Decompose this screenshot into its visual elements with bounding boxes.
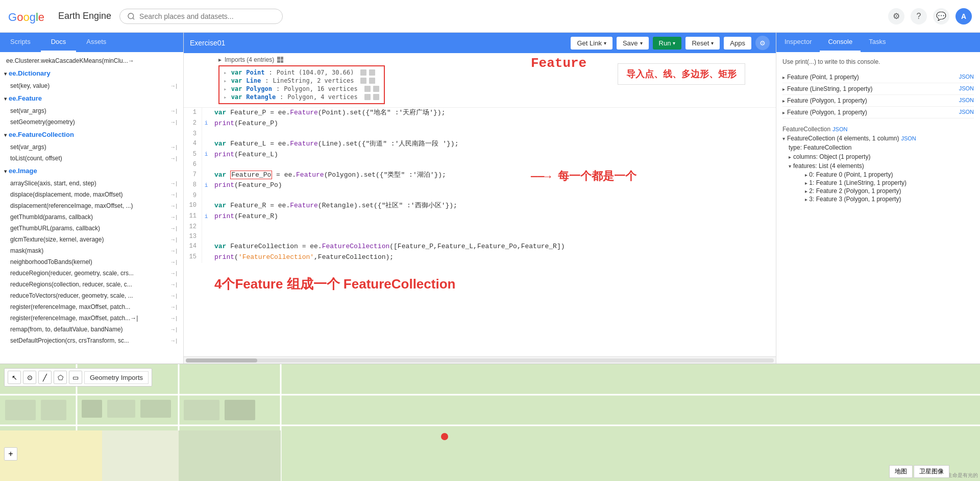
- cursor-tool-button[interactable]: ↖: [8, 371, 21, 384]
- sidebar-item-image[interactable]: ▾ee.Image: [0, 164, 183, 178]
- expand-icon[interactable]: ▸: [782, 110, 785, 115]
- list-item[interactable]: reduceRegions(collection, reducer, scale…: [0, 279, 183, 290]
- expand-icon[interactable]: ▸: [782, 86, 785, 92]
- sidebar-item-featurecollection[interactable]: ▾ee.FeatureCollection: [0, 128, 183, 141]
- list-item[interactable]: ee.Clusterer.wekaCascadeKMeans(minClu...…: [0, 55, 183, 66]
- import-row: ▸ var Line : LineString, 2 vertices: [224, 77, 380, 85]
- code-line: 7 var Feature_Po = ee.Feature(Polygon).s…: [184, 170, 776, 181]
- expand-icon[interactable]: ▾: [789, 163, 791, 169]
- json-link[interactable]: JSON: [959, 109, 974, 115]
- collection-annotation: 4个Feature 组成一个 FeatureCollection: [184, 263, 776, 299]
- import-row: ▸ var Retangle : Polygon, 4 vertices: [224, 93, 380, 101]
- code-editor[interactable]: 1 var Feature_P = ee.Feature(Point).set(…: [184, 108, 776, 299]
- scrollbar-track[interactable]: [186, 358, 774, 363]
- tab-docs[interactable]: Docs: [41, 33, 77, 52]
- rect-tool-button[interactable]: ▭: [69, 371, 82, 384]
- layer-icon: [364, 93, 371, 101]
- list-item[interactable]: remap(from, to, defaultValue, bandName)→…: [0, 324, 183, 335]
- code-line: 2 i print(Feature_P): [184, 118, 776, 129]
- left-panel: Scripts Docs Assets ee.Clusterer.wekaCas…: [0, 33, 184, 364]
- search-input[interactable]: [139, 12, 272, 20]
- list-item[interactable]: set(var_args)→|: [0, 105, 183, 116]
- list-item[interactable]: getThumbURL(params, callback)→|: [0, 223, 183, 234]
- avatar[interactable]: A: [955, 8, 972, 25]
- edit-icon: [373, 85, 380, 92]
- sidebar-item-feature[interactable]: ▾ee.Feature: [0, 91, 183, 105]
- help-icon[interactable]: ?: [911, 8, 927, 25]
- settings-icon[interactable]: ⚙: [888, 8, 904, 25]
- tab-tasks[interactable]: Tasks: [861, 33, 894, 52]
- svg-rect-9: [364, 94, 371, 100]
- list-item[interactable]: register(referenceImage, maxOffset, patc…: [0, 312, 183, 324]
- list-item[interactable]: register(referenceImage, maxOffset, patc…: [0, 301, 183, 312]
- list-item[interactable]: reduceRegion(reducer, geometry, scale, c…: [0, 268, 183, 279]
- edit-icon: [373, 93, 380, 101]
- save-button[interactable]: Save ▾: [617, 37, 649, 50]
- list-item[interactable]: set(var_args)→|: [0, 141, 183, 153]
- tab-inspector[interactable]: Inspector: [776, 33, 820, 52]
- svg-rect-10: [373, 94, 379, 100]
- settings-button[interactable]: ⚙: [755, 36, 770, 50]
- logo-earth-engine: Earth Engine: [58, 11, 111, 21]
- expand-icon[interactable]: ▸: [782, 75, 785, 80]
- json-link[interactable]: JSON: [959, 97, 974, 103]
- apps-button[interactable]: Apps: [724, 37, 751, 50]
- expand-icon[interactable]: ▸: [782, 98, 785, 104]
- expand-icon[interactable]: ▸: [789, 154, 791, 160]
- chat-icon[interactable]: 💬: [933, 8, 949, 25]
- list-item[interactable]: set(key, value)→|: [0, 80, 183, 91]
- search-bar[interactable]: [119, 9, 283, 24]
- list-item[interactable]: setDefaultProjection(crs, crsTransform, …: [0, 335, 183, 346]
- map-type-buttons: 地图 卫星图像: [889, 465, 949, 478]
- code-area: ▸ Imports (4 entries) ▸ var Point :: [184, 53, 776, 356]
- svg-rect-21: [140, 400, 171, 418]
- list-item: ▸ 1: Feature 1 (LineString, 1 property): [805, 179, 974, 187]
- bottom-scrollbar[interactable]: [184, 356, 776, 364]
- grid-icon: [277, 57, 283, 63]
- reset-button[interactable]: Reset ▾: [685, 37, 720, 50]
- tab-assets[interactable]: Assets: [76, 33, 116, 52]
- svg-rect-4: [369, 69, 375, 76]
- layer-icon: [360, 69, 367, 76]
- left-content: ee.Clusterer.wekaCascadeKMeans(minClu...…: [0, 52, 183, 364]
- svg-rect-19: [82, 400, 102, 418]
- svg-rect-5: [360, 78, 366, 84]
- list-item[interactable]: getThumbId(params, callback)→|: [0, 211, 183, 223]
- run-button[interactable]: Run ▾: [653, 37, 682, 50]
- satellite-view-button[interactable]: 卫星图像: [914, 465, 949, 478]
- edit-icon: [369, 77, 376, 84]
- get-link-button[interactable]: Get Link ▾: [571, 37, 612, 50]
- list-item[interactable]: glcmTexture(size, kernel, average)→|: [0, 234, 183, 245]
- json-link[interactable]: JSON: [901, 135, 916, 141]
- zoom-in-button[interactable]: +: [4, 447, 17, 461]
- svg-rect-18: [41, 400, 66, 420]
- list-item[interactable]: displacement(referenceImage, maxOffset, …: [0, 200, 183, 211]
- list-item[interactable]: reduceToVectors(reducer, geometry, scale…: [0, 290, 183, 301]
- list-item[interactable]: arraySlice(axis, start, end, step)→|: [0, 178, 183, 189]
- map-view-button[interactable]: 地图: [889, 465, 913, 478]
- annotation-arrow: ——→ 每一个都是一个: [531, 168, 636, 186]
- scrollbar-thumb[interactable]: [186, 358, 257, 363]
- list-item: ▸ 2: Feature 2 (Polygon, 1 property): [805, 187, 974, 195]
- tab-scripts[interactable]: Scripts: [0, 33, 41, 52]
- code-line: 3: [184, 129, 776, 139]
- list-item: ▸ 0: Feature 0 (Point, 1 property): [805, 171, 974, 179]
- list-item[interactable]: setGeometry(geometry)→|: [0, 116, 183, 128]
- list-item[interactable]: neighborhoodToBands(kernel)→|: [0, 256, 183, 268]
- json-link[interactable]: JSON: [832, 126, 847, 132]
- exercise-label: Exercise01: [190, 39, 225, 47]
- geometry-imports-button[interactable]: Geometry Imports: [84, 371, 149, 384]
- layer-icon: [360, 77, 367, 84]
- line-tool-button[interactable]: ╱: [38, 371, 52, 384]
- tab-console[interactable]: Console: [820, 33, 861, 52]
- list-item[interactable]: toList(count, offset)→|: [0, 153, 183, 164]
- point-tool-button[interactable]: ⊙: [23, 371, 36, 384]
- sidebar-item-dictionary[interactable]: ▾ee.Dictionary: [0, 66, 183, 80]
- right-content: Use print(...) to write to this console.…: [776, 52, 980, 364]
- json-link[interactable]: JSON: [959, 74, 974, 80]
- list-item[interactable]: displace(displacement, mode, maxOffset)→…: [0, 189, 183, 200]
- topbar: Google Earth Engine ⚙ ? 💬 A: [0, 0, 980, 33]
- polygon-tool-button[interactable]: ⬠: [54, 371, 67, 384]
- list-item[interactable]: mask(mask)→|: [0, 245, 183, 256]
- json-link[interactable]: JSON: [959, 85, 974, 91]
